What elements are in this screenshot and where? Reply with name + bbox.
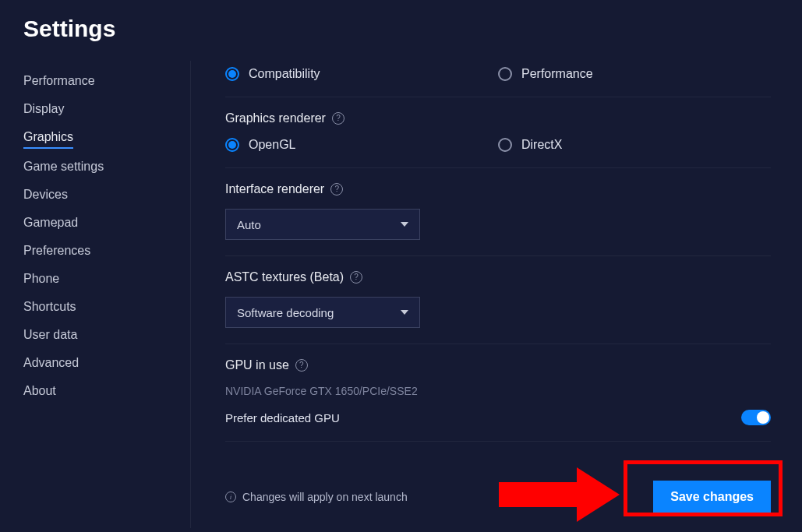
renderer-opengl-label: OpenGL [249,138,295,152]
sidebar-item-game-settings[interactable]: Game settings [23,153,104,181]
save-changes-button[interactable]: Save changes [653,481,771,513]
astc-title: ASTC textures (Beta) [225,270,344,284]
page-title: Settings [23,16,779,42]
help-icon[interactable]: ? [350,271,362,284]
astc-dropdown[interactable]: Software decoding [225,297,420,328]
help-icon[interactable]: ? [295,359,308,372]
settings-content: Compatibility Performance Graphics rende… [191,61,802,528]
radio-selected-icon [225,67,239,81]
radio-unselected-icon [498,138,512,152]
mode-performance-label: Performance [521,67,593,81]
renderer-opengl-option[interactable]: OpenGL [225,138,498,152]
renderer-directx-option[interactable]: DirectX [498,138,771,152]
prefer-dedicated-gpu-label: Prefer dedicated GPU [225,411,340,425]
sidebar-item-advanced[interactable]: Advanced [23,349,79,377]
gpu-title: GPU in use [225,358,289,372]
sidebar-item-phone[interactable]: Phone [23,265,59,293]
sidebar-item-preferences[interactable]: Preferences [23,237,90,265]
interface-renderer-value: Auto [237,218,261,231]
launch-notice-text: Changes will apply on next launch [242,491,408,503]
interface-renderer-title: Interface renderer [225,182,324,196]
sidebar-item-devices[interactable]: Devices [23,181,68,209]
prefer-dedicated-gpu-toggle[interactable] [741,410,771,425]
sidebar-item-display[interactable]: Display [23,95,64,123]
mode-performance-option[interactable]: Performance [498,67,771,81]
settings-sidebar: Performance Display Graphics Game settin… [23,61,191,528]
sidebar-item-user-data[interactable]: User data [23,321,77,349]
sidebar-item-graphics[interactable]: Graphics [23,123,73,149]
radio-selected-icon [225,138,239,152]
help-icon[interactable]: ? [330,183,343,196]
mode-compatibility-option[interactable]: Compatibility [225,67,498,81]
radio-unselected-icon [498,67,512,81]
launch-notice: i Changes will apply on next launch [225,491,408,503]
sidebar-item-shortcuts[interactable]: Shortcuts [23,293,76,321]
astc-value: Software decoding [237,306,334,319]
gpu-info: NVIDIA GeForce GTX 1650/PCIe/SSE2 [225,385,771,397]
help-icon[interactable]: ? [332,112,344,125]
sidebar-item-about[interactable]: About [23,377,56,405]
sidebar-item-performance[interactable]: Performance [23,67,95,95]
chevron-down-icon [401,222,408,227]
interface-renderer-dropdown[interactable]: Auto [225,209,420,240]
mode-compatibility-label: Compatibility [249,67,320,81]
renderer-directx-label: DirectX [521,138,562,152]
sidebar-item-gamepad[interactable]: Gamepad [23,209,78,237]
info-icon: i [225,491,236,502]
chevron-down-icon [401,310,408,315]
graphics-renderer-title: Graphics renderer [225,111,326,125]
